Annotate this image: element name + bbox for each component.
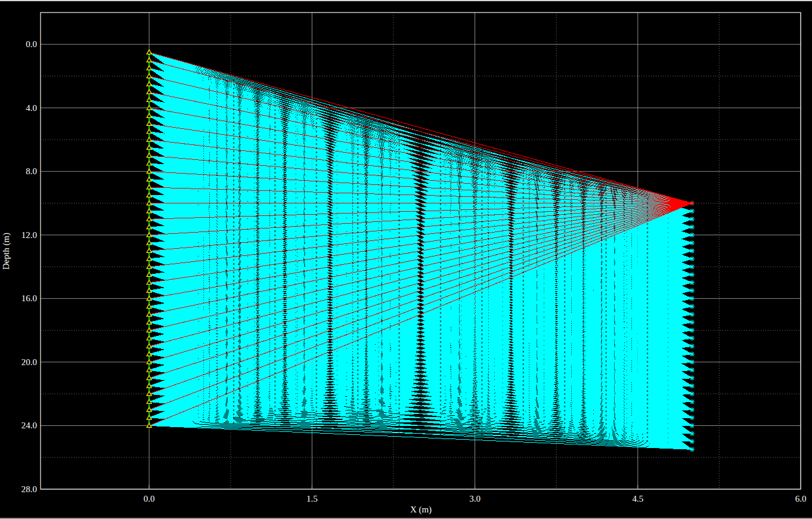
- x-axis-title: X (m): [410, 505, 432, 515]
- source-marker-triangle[interactable]: [147, 97, 151, 101]
- receiver-marker-asterisk[interactable]: [690, 344, 695, 348]
- source-marker-triangle[interactable]: [147, 161, 151, 165]
- source-marker-triangle[interactable]: [147, 185, 151, 189]
- receiver-marker-asterisk[interactable]: [690, 296, 695, 301]
- x-tick-label: 6.0: [795, 494, 807, 503]
- source-marker-triangle[interactable]: [147, 153, 151, 157]
- receiver-marker-asterisk[interactable]: [690, 400, 695, 404]
- y-tick-label: 16.0: [21, 294, 37, 303]
- receiver-marker-asterisk[interactable]: [690, 407, 695, 412]
- receiver-marker-asterisk[interactable]: [690, 439, 695, 444]
- receiver-marker-asterisk[interactable]: [690, 288, 695, 293]
- receiver-marker-asterisk[interactable]: [690, 320, 695, 325]
- receiver-marker-asterisk[interactable]: [690, 328, 695, 333]
- source-marker-triangle[interactable]: [147, 58, 151, 62]
- receiver-marker-asterisk[interactable]: [690, 304, 695, 309]
- receiver-marker-asterisk[interactable]: [690, 272, 695, 277]
- source-marker-triangle[interactable]: [147, 113, 151, 118]
- window-top-edge: [0, 0, 812, 1]
- y-tick-label: 12.0: [21, 230, 37, 240]
- y-tick-label: 20.0: [21, 357, 37, 367]
- source-marker-triangle[interactable]: [147, 145, 151, 149]
- receiver-marker-asterisk[interactable]: [690, 391, 695, 396]
- receiver-marker-asterisk[interactable]: [690, 376, 695, 381]
- source-marker-triangle[interactable]: [147, 121, 151, 125]
- receiver-marker-asterisk[interactable]: [690, 264, 695, 269]
- source-marker-triangle[interactable]: [147, 177, 151, 181]
- source-marker-triangle[interactable]: [147, 50, 151, 54]
- source-marker-triangle[interactable]: [147, 89, 151, 94]
- receiver-marker-asterisk[interactable]: [690, 257, 695, 261]
- receiver-marker-asterisk[interactable]: [690, 367, 695, 372]
- receiver-marker-asterisk[interactable]: [690, 209, 695, 214]
- source-marker-triangle[interactable]: [147, 129, 151, 134]
- y-tick-label: 8.0: [26, 166, 37, 176]
- receiver-marker-asterisk[interactable]: [690, 225, 695, 230]
- receiver-marker-asterisk[interactable]: [690, 423, 695, 428]
- x-tick-label: 1.5: [306, 494, 318, 503]
- receiver-marker-asterisk[interactable]: [690, 280, 695, 285]
- receiver-marker-asterisk[interactable]: [690, 384, 695, 388]
- receiver-marker-asterisk[interactable]: [690, 360, 695, 364]
- y-tick-label: 28.0: [21, 484, 37, 494]
- application-window: 0.04.08.012.016.020.024.028.00.01.53.04.…: [0, 0, 812, 519]
- y-axis-title: Depth (m): [1, 233, 11, 270]
- receiver-marker-asterisk[interactable]: [690, 249, 695, 254]
- x-tick-label: 3.0: [469, 494, 481, 503]
- receiver-marker-asterisk[interactable]: [690, 352, 695, 357]
- y-tick-label: 24.0: [21, 421, 37, 430]
- receiver-marker-asterisk[interactable]: [690, 312, 695, 317]
- x-tick-label: 4.5: [632, 494, 643, 503]
- receiver-marker-asterisk[interactable]: [690, 240, 695, 245]
- receiver-marker-asterisk[interactable]: [690, 447, 695, 452]
- raypath-coverage-plot[interactable]: 0.04.08.012.016.020.024.028.00.01.53.04.…: [0, 0, 812, 519]
- source-marker-triangle[interactable]: [147, 193, 151, 197]
- source-marker-triangle[interactable]: [147, 82, 151, 86]
- x-tick-label: 0.0: [144, 494, 155, 503]
- receiver-marker-asterisk[interactable]: [690, 217, 695, 221]
- receiver-marker-asterisk[interactable]: [690, 431, 695, 436]
- source-marker-triangle[interactable]: [147, 66, 151, 70]
- y-tick-label: 0.0: [26, 39, 37, 49]
- receiver-marker-asterisk[interactable]: [690, 233, 695, 237]
- receiver-marker-asterisk[interactable]: [690, 415, 695, 420]
- y-tick-label: 4.0: [26, 103, 37, 113]
- first-receiver-marker-asterisk[interactable]: [690, 201, 695, 206]
- receiver-marker-asterisk[interactable]: [690, 336, 695, 341]
